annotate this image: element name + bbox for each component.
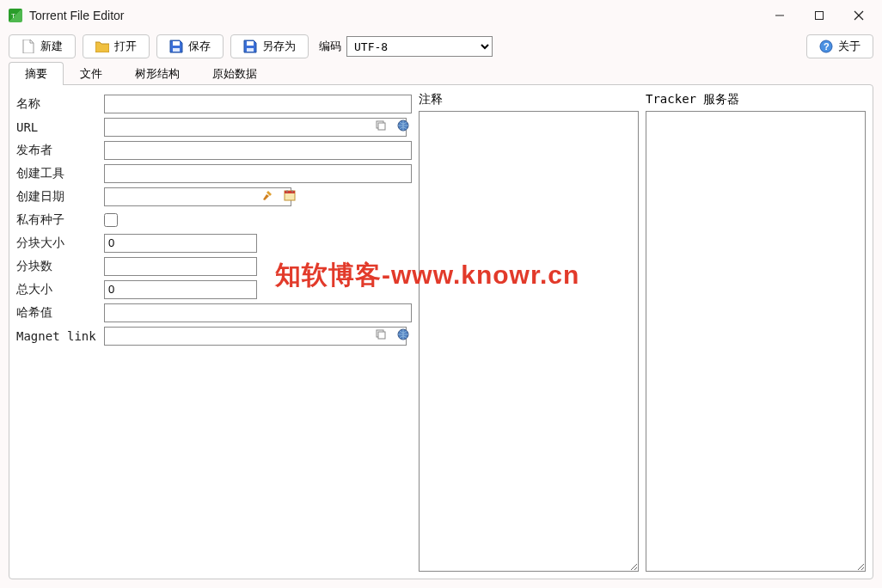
hash-label: 哈希值 bbox=[16, 305, 101, 321]
open-magnet-button[interactable] bbox=[395, 328, 412, 345]
help-icon: ? bbox=[819, 40, 833, 53]
new-button[interactable]: 新建 bbox=[9, 34, 76, 58]
svg-rect-6 bbox=[173, 48, 180, 52]
magnet-input[interactable] bbox=[104, 327, 407, 346]
minimize-button[interactable] bbox=[760, 2, 799, 29]
calendar-icon bbox=[284, 189, 296, 204]
date-label: 创建日期 bbox=[16, 189, 101, 205]
svg-rect-2 bbox=[816, 12, 824, 20]
clear-date-button[interactable] bbox=[259, 188, 276, 205]
totalsize-input[interactable] bbox=[104, 280, 257, 299]
private-label: 私有种子 bbox=[16, 212, 101, 228]
open-button[interactable]: 打开 bbox=[83, 34, 150, 58]
svg-rect-8 bbox=[247, 48, 254, 52]
magnet-label: Magnet link bbox=[16, 329, 101, 343]
publisher-label: 发布者 bbox=[16, 143, 101, 158]
save-icon bbox=[169, 40, 183, 53]
saveas-label: 另存为 bbox=[262, 39, 296, 54]
svg-rect-15 bbox=[285, 191, 295, 193]
svg-rect-7 bbox=[247, 41, 254, 46]
publisher-input[interactable] bbox=[104, 141, 412, 160]
tab-summary[interactable]: 摘要 bbox=[9, 62, 64, 85]
hash-input[interactable] bbox=[104, 303, 412, 322]
copy-icon bbox=[375, 119, 387, 134]
piecesize-label: 分块大小 bbox=[16, 236, 101, 251]
about-button[interactable]: ? 关于 bbox=[806, 34, 873, 58]
piecesize-input[interactable] bbox=[104, 234, 257, 253]
pick-date-button[interactable] bbox=[281, 188, 298, 205]
app-icon: T bbox=[9, 9, 22, 22]
svg-rect-12 bbox=[378, 123, 385, 130]
file-icon bbox=[21, 40, 35, 53]
svg-text:?: ? bbox=[824, 41, 830, 52]
pieces-label: 分块数 bbox=[16, 259, 101, 274]
open-url-button[interactable] bbox=[395, 119, 412, 136]
trackers-label: Tracker 服务器 bbox=[646, 92, 866, 111]
tab-tree[interactable]: 树形结构 bbox=[119, 62, 196, 85]
svg-rect-5 bbox=[173, 41, 180, 46]
copy-icon bbox=[375, 328, 387, 343]
trackers-textarea[interactable] bbox=[646, 111, 866, 572]
copy-magnet-button[interactable] bbox=[372, 328, 389, 345]
close-button[interactable] bbox=[839, 2, 879, 29]
svg-rect-19 bbox=[378, 332, 385, 339]
window-title: Torrent File Editor bbox=[29, 9, 760, 22]
broom-icon bbox=[261, 189, 273, 204]
save-button[interactable]: 保存 bbox=[156, 34, 224, 58]
private-checkbox[interactable] bbox=[104, 213, 118, 227]
pieces-input[interactable] bbox=[104, 257, 257, 276]
url-label: URL bbox=[16, 120, 101, 134]
copy-url-button[interactable] bbox=[372, 119, 389, 136]
folder-icon bbox=[95, 40, 109, 53]
saveas-icon bbox=[243, 40, 257, 53]
tab-files[interactable]: 文件 bbox=[64, 62, 119, 85]
totalsize-label: 总大小 bbox=[16, 282, 101, 297]
tab-raw[interactable]: 原始数据 bbox=[196, 62, 273, 85]
name-label: 名称 bbox=[16, 96, 101, 112]
new-label: 新建 bbox=[40, 39, 63, 54]
comment-textarea[interactable] bbox=[419, 111, 639, 572]
saveas-button[interactable]: 另存为 bbox=[230, 34, 309, 58]
globe-icon bbox=[397, 119, 409, 134]
save-label: 保存 bbox=[188, 39, 211, 54]
open-label: 打开 bbox=[114, 39, 137, 54]
url-input[interactable] bbox=[104, 118, 407, 137]
creator-input[interactable] bbox=[104, 164, 412, 183]
comment-label: 注释 bbox=[419, 92, 639, 111]
maximize-button[interactable] bbox=[799, 2, 839, 29]
creator-label: 创建工具 bbox=[16, 166, 101, 181]
svg-text:T: T bbox=[11, 12, 15, 20]
about-label: 关于 bbox=[838, 39, 861, 54]
globe-icon bbox=[397, 328, 409, 343]
name-input[interactable] bbox=[104, 95, 412, 113]
encoding-select[interactable]: UTF-8 bbox=[346, 36, 493, 57]
encoding-label: 编码 bbox=[319, 39, 341, 54]
